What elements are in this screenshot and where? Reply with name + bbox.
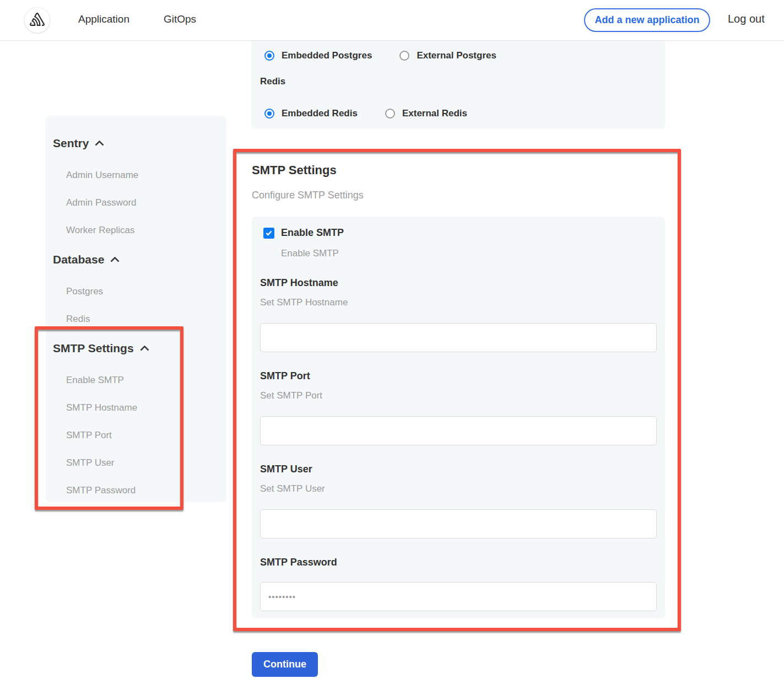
field-helper: Set SMTP User (260, 483, 657, 494)
sidebar-item-redis[interactable]: Redis (66, 314, 226, 325)
enable-smtp-checkbox[interactable] (263, 228, 274, 239)
smtp-user-field-group: SMTP User Set SMTP User (260, 464, 657, 539)
nav-link-application[interactable]: Application (78, 13, 129, 25)
sidebar-group-title: SMTP Settings (53, 342, 134, 355)
checkbox-check-icon (266, 230, 272, 236)
radio-selected-icon (264, 51, 274, 61)
app-logo[interactable] (24, 7, 50, 33)
radio-selected-icon (264, 109, 274, 119)
radio-external-redis[interactable]: External Redis (385, 108, 467, 119)
field-label: SMTP User (260, 464, 657, 475)
continue-button[interactable]: Continue (252, 652, 318, 677)
page: Application GitOps Add a new application… (0, 0, 784, 700)
radio-label: External Redis (402, 108, 467, 119)
smtp-settings-subtitle: Configure SMTP Settings (252, 190, 364, 201)
sidebar-item-smtp-password[interactable]: SMTP Password (66, 485, 226, 496)
enable-smtp-label: Enable SMTP (281, 227, 344, 239)
sidebar-item-admin-username[interactable]: Admin Username (66, 170, 226, 181)
add-application-button[interactable]: Add a new application (584, 8, 710, 32)
sidebar-item-smtp-user[interactable]: SMTP User (66, 457, 226, 469)
chevron-up-icon (95, 141, 104, 146)
chevron-up-icon (140, 346, 149, 351)
sidebar-group-sentry[interactable]: Sentry (53, 137, 226, 150)
sentry-logo-icon (30, 13, 45, 28)
radio-external-postgres[interactable]: External Postgres (399, 50, 496, 61)
smtp-password-input[interactable] (260, 582, 657, 611)
sidebar-group-smtp-settings[interactable]: SMTP Settings (53, 342, 226, 355)
logout-link[interactable]: Log out (728, 13, 765, 25)
smtp-port-field-group: SMTP Port Set SMTP Port (260, 370, 657, 445)
navbar: Application GitOps Add a new application… (0, 0, 784, 41)
config-sidebar: Sentry Admin Username Admin Password Wor… (46, 116, 226, 502)
field-helper: Set SMTP Hostname (260, 297, 657, 308)
field-label: SMTP Port (260, 370, 657, 382)
sidebar-group-database[interactable]: Database (53, 253, 226, 266)
smtp-user-input[interactable] (260, 509, 657, 539)
sidebar-item-smtp-port[interactable]: SMTP Port (66, 430, 226, 441)
radio-embedded-redis[interactable]: Embedded Redis (264, 108, 358, 119)
redis-radio-group: Embedded Redis External Redis (264, 108, 467, 119)
smtp-password-field-group: SMTP Password (260, 557, 657, 611)
sidebar-item-smtp-hostname[interactable]: SMTP Hostname (66, 402, 226, 413)
field-helper: Set SMTP Port (260, 390, 657, 401)
sidebar-item-enable-smtp[interactable]: Enable SMTP (66, 375, 226, 386)
smtp-hostname-input[interactable] (260, 323, 657, 352)
smtp-hostname-field-group: SMTP Hostname Set SMTP Hostname (260, 277, 657, 352)
radio-label: Embedded Postgres (282, 50, 372, 61)
radio-label: Embedded Redis (282, 108, 358, 119)
field-label: SMTP Hostname (260, 277, 657, 289)
field-label: SMTP Password (260, 557, 657, 568)
radio-embedded-postgres[interactable]: Embedded Postgres (264, 50, 372, 61)
sidebar-item-postgres[interactable]: Postgres (66, 286, 226, 297)
sidebar-group-title: Sentry (53, 137, 89, 150)
database-options-panel: Embedded Postgres External Postgres Redi… (251, 41, 665, 129)
sidebar-item-admin-password[interactable]: Admin Password (66, 197, 226, 208)
sidebar-item-worker-replicas[interactable]: Worker Replicas (66, 225, 226, 236)
radio-unselected-icon (399, 51, 409, 61)
sidebar-group-title: Database (53, 253, 104, 266)
chevron-up-icon (110, 257, 120, 262)
nav-link-gitops[interactable]: GitOps (164, 13, 196, 25)
smtp-settings-panel: Enable SMTP Enable SMTP SMTP Hostname Se… (252, 217, 665, 618)
smtp-port-input[interactable] (260, 416, 657, 445)
redis-section-label: Redis (260, 76, 285, 87)
enable-smtp-helper: Enable SMTP (281, 248, 657, 259)
smtp-settings-title: SMTP Settings (252, 163, 337, 177)
radio-unselected-icon (385, 109, 395, 119)
radio-label: External Postgres (417, 50, 496, 61)
postgres-radio-group: Embedded Postgres External Postgres (264, 50, 496, 61)
